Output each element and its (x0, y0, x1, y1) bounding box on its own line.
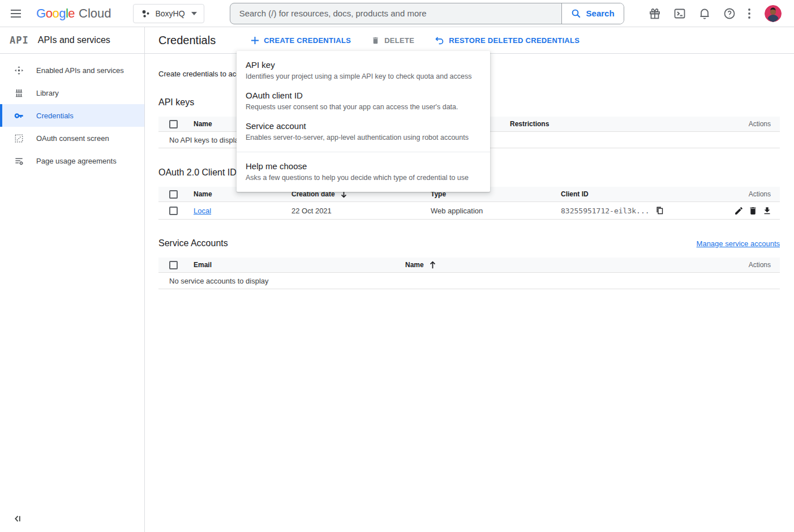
gift-icon[interactable] (648, 7, 662, 20)
copy-icon[interactable] (655, 206, 664, 215)
sidebar-nav: Enabled APIs and services Library Cre (0, 54, 144, 172)
delete-button[interactable]: DELETE (371, 36, 414, 45)
select-all-checkbox[interactable] (169, 120, 178, 128)
logo-letter: o (52, 6, 59, 21)
sidebar-item-label: Credentials (36, 111, 74, 120)
main-content: Credentials CREATE CREDENTIALS DELETE (145, 27, 794, 532)
logo-letter: e (68, 6, 75, 21)
create-credentials-menu: API key Identifies your project using a … (237, 51, 490, 192)
delete-label: DELETE (384, 36, 414, 45)
project-icon (140, 8, 151, 19)
menu-item-service-account[interactable]: Service account Enables server-to-server… (237, 117, 490, 147)
undo-arrow-icon (435, 36, 444, 45)
sidebar-item-oauth-consent[interactable]: OAuth consent screen (0, 127, 144, 149)
sidebar-header: API APIs and services (0, 27, 144, 54)
enabled-apis-icon (14, 66, 24, 75)
sidebar-item-page-usage[interactable]: Page usage agreements (0, 149, 144, 172)
search-input[interactable] (230, 3, 561, 24)
service-accounts-table: Email Name Actions No service accounts t… (158, 258, 780, 289)
sidebar-item-enabled-apis[interactable]: Enabled APIs and services (0, 59, 144, 81)
menu-item-title: Service account (246, 121, 481, 131)
menu-item-title: Help me choose (246, 161, 481, 171)
consent-screen-icon (14, 134, 24, 143)
oauth-client-row: Local 22 Oct 2021 Web application 832559… (158, 202, 780, 220)
menu-item-description: Identifies your project using a simple A… (246, 72, 481, 81)
top-app-bar: Google Cloud BoxyHQ Search (0, 0, 794, 27)
help-icon[interactable] (723, 7, 736, 20)
notifications-bell-icon[interactable] (698, 7, 711, 20)
cloud-shell-icon[interactable] (673, 7, 686, 20)
create-credentials-label: CREATE CREDENTIALS (264, 36, 351, 45)
trash-icon (371, 36, 380, 45)
page-title: Credentials (158, 34, 216, 47)
column-header-restrictions: Restrictions (510, 120, 732, 128)
page-header: Credentials CREATE CREDENTIALS DELETE (145, 27, 794, 54)
column-header-client-id: Client ID (561, 190, 732, 198)
restore-label: RESTORE DELETED CREDENTIALS (449, 36, 580, 45)
sidebar-item-label: Page usage agreements (36, 157, 117, 165)
select-all-checkbox[interactable] (169, 190, 178, 199)
menu-item-description: Enables server-to-server, app-level auth… (246, 133, 481, 142)
row-checkbox[interactable] (169, 207, 178, 215)
global-search: Search (230, 3, 624, 24)
manage-service-accounts-link[interactable]: Manage service accounts (697, 239, 780, 248)
menu-item-oauth-client-id[interactable]: OAuth client ID Requests user consent so… (237, 86, 490, 117)
creation-date-value: 22 Oct 2021 (291, 207, 431, 215)
column-header-name[interactable]: Name (405, 261, 732, 269)
service-accounts-heading: Service Accounts (158, 238, 228, 248)
sidebar-item-library[interactable]: Library (0, 81, 144, 104)
sidebar-footer (0, 514, 144, 532)
name-label: Name (405, 261, 424, 269)
client-name-link[interactable]: Local (194, 207, 211, 215)
restore-deleted-credentials-button[interactable]: RESTORE DELETED CREDENTIALS (435, 36, 580, 45)
delete-trash-icon[interactable] (748, 206, 758, 216)
agreements-icon (14, 156, 24, 166)
plus-icon (251, 36, 259, 45)
google-cloud-logo[interactable]: Google Cloud (36, 6, 111, 21)
sidebar-item-label: Library (36, 89, 59, 97)
download-icon[interactable] (762, 206, 772, 216)
select-all-checkbox[interactable] (169, 261, 178, 269)
chevron-down-icon (191, 12, 197, 15)
column-header-actions: Actions (732, 190, 780, 198)
sidebar-title: APIs and services (38, 35, 110, 45)
logo-letter: G (36, 6, 46, 21)
sort-ascending-icon (429, 261, 436, 269)
sidebar-item-label: Enabled APIs and services (36, 66, 124, 75)
column-header-actions: Actions (732, 120, 780, 128)
library-icon (14, 88, 24, 98)
client-type-value: Web application (431, 207, 561, 215)
edit-pencil-icon[interactable] (734, 206, 744, 216)
menu-item-api-key[interactable]: API key Identifies your project using a … (237, 55, 490, 86)
create-credentials-button[interactable]: CREATE CREDENTIALS (251, 36, 351, 45)
project-selector[interactable]: BoxyHQ (133, 4, 204, 23)
sidebar-item-label: OAuth consent screen (36, 134, 109, 143)
menu-item-title: OAuth client ID (246, 90, 481, 101)
menu-divider (237, 152, 490, 152)
sidebar-item-credentials[interactable]: Credentials (0, 104, 144, 127)
menu-item-title: API key (246, 59, 481, 70)
api-logo-glyph: API (10, 35, 29, 46)
key-icon (14, 111, 24, 121)
user-avatar[interactable] (765, 5, 782, 22)
search-button-label: Search (586, 8, 615, 18)
column-header-actions: Actions (732, 261, 780, 269)
sidebar: API APIs and services Enabled APIs and s… (0, 27, 145, 532)
client-id-value: 83255951712-eil3k... (561, 207, 650, 215)
service-accounts-heading-row: Service Accounts Manage service accounts (158, 238, 780, 248)
collapse-sidebar-icon[interactable] (14, 514, 22, 523)
service-accounts-header-row: Email Name Actions (158, 258, 780, 273)
column-header-email: Email (194, 261, 405, 269)
search-button[interactable]: Search (561, 3, 624, 24)
search-icon (571, 8, 581, 19)
topbar-actions (648, 5, 782, 22)
menu-item-help-me-choose[interactable]: Help me choose Asks a few questions to h… (237, 157, 490, 187)
more-options-icon[interactable] (748, 8, 751, 19)
project-name: BoxyHQ (156, 9, 185, 18)
logo-cloud-text: Cloud (79, 6, 111, 21)
menu-item-description: Asks a few questions to help you decide … (246, 173, 481, 182)
logo-letter: o (46, 6, 53, 21)
service-accounts-empty-row: No service accounts to display (158, 273, 780, 289)
hamburger-menu-icon[interactable] (5, 2, 27, 25)
service-accounts-empty-text: No service accounts to display (158, 273, 780, 289)
